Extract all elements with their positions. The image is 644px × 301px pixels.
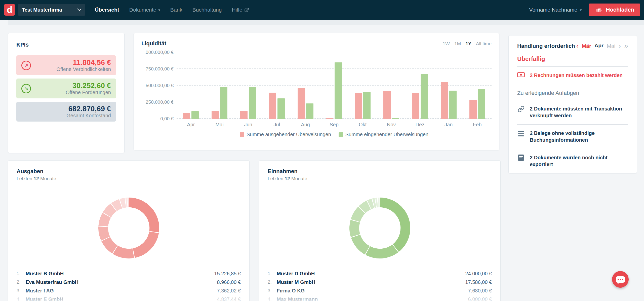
nav-item-hilfe[interactable]: Hilfe <box>232 7 249 13</box>
task-incomplete-bookings[interactable]: 2 Belege ohne vollständige Buchungsinfor… <box>517 125 628 149</box>
app-logo[interactable]: d <box>4 4 15 16</box>
nav-item-bank[interactable]: Bank <box>170 7 182 13</box>
chat-button[interactable] <box>612 271 629 288</box>
list-item[interactable]: 1.Muster D GmbH24.000,00 € <box>268 269 492 278</box>
bar[interactable] <box>469 100 477 119</box>
action-required-panel: Handlung erforderlich ‹ Mär Apr Mai › » … <box>508 35 637 173</box>
donut-segment[interactable] <box>133 232 159 258</box>
bar[interactable] <box>449 91 457 119</box>
x-tick-label: Jun <box>234 122 263 128</box>
company-name: Test Musterfirma <box>22 7 62 13</box>
bar[interactable] <box>298 88 305 119</box>
x-tick-label: Apr <box>177 122 205 128</box>
bar[interactable] <box>355 93 362 119</box>
chevron-left-icon[interactable]: ‹ <box>576 43 578 49</box>
task-link-transactions[interactable]: 2 Dokumente müssten mit Transaktion verk… <box>517 100 628 125</box>
banknote-icon <box>517 72 525 77</box>
kpi-value: 30.252,60 € <box>66 82 111 90</box>
month-next[interactable]: Mai <box>607 43 615 49</box>
nav-item-buchhaltung[interactable]: Buchhaltung <box>192 7 222 13</box>
task-not-exported[interactable]: 2 Dokumente wurden noch nicht exportiert <box>517 149 628 173</box>
x-tick-label: Jan <box>434 122 463 128</box>
nav-item-dokumente[interactable]: Dokumente ▾ <box>129 7 160 13</box>
list-item[interactable]: 2.Eva Musterfrau GmbH8.966,00 € <box>17 278 241 286</box>
chevron-double-right-icon[interactable]: » <box>624 43 628 49</box>
company-selector[interactable]: Test Musterfirma <box>18 4 85 16</box>
kpi-label: Offene Forderungen <box>66 90 111 95</box>
bar[interactable] <box>306 103 313 119</box>
list-item[interactable]: 3.Muster I AG7.362,02 € <box>17 286 241 295</box>
bar[interactable] <box>412 93 419 119</box>
range-1w[interactable]: 1W <box>443 41 450 47</box>
expenses-subtitle: Letzten 12 Monate <box>17 176 241 181</box>
bar[interactable] <box>183 113 190 119</box>
bar[interactable] <box>421 74 428 119</box>
nav-item-dokumente-label: Dokumente <box>129 7 156 13</box>
legend-item[interactable]: Summe eingehender Überweisungen <box>339 132 428 137</box>
upload-button[interactable]: Hochladen <box>589 4 640 16</box>
x-tick-label: Dez <box>406 122 434 128</box>
bar[interactable] <box>335 62 342 119</box>
donut-segment[interactable] <box>129 198 159 232</box>
bar[interactable] <box>383 91 391 119</box>
kpi-label: Gesamt Kontostand <box>66 113 111 119</box>
donut-segment[interactable] <box>366 245 398 258</box>
list-value: 15.226,85 € <box>214 271 241 277</box>
list-rank: 4. <box>268 296 277 301</box>
legend-swatch <box>339 132 343 137</box>
list-rank: 2. <box>17 279 26 285</box>
bar[interactable] <box>478 89 485 119</box>
range-all-time[interactable]: All time <box>476 41 492 47</box>
donut-segment[interactable] <box>349 220 360 237</box>
list-item[interactable]: 2.Muster M GmbH17.586,00 € <box>268 278 492 286</box>
y-tick-label: 250.000,00 € <box>146 99 174 105</box>
list-item[interactable]: 3.Firma O KG7.680,00 € <box>268 286 492 295</box>
kpi-open-receivables[interactable]: ↘ 30.252,60 € Offene Forderungen <box>16 79 116 98</box>
bar[interactable] <box>277 98 285 119</box>
range-1y[interactable]: 1Y <box>465 41 471 47</box>
bar[interactable] <box>269 93 276 119</box>
bar[interactable] <box>191 111 199 119</box>
ledger-book-icon <box>517 155 525 161</box>
bar[interactable] <box>249 87 256 119</box>
bar[interactable] <box>220 87 227 119</box>
list-item[interactable]: 4.Muster E GmbH4.837,44 € <box>17 295 241 301</box>
list-name: Muster M GmbH <box>277 279 315 285</box>
kpi-total-balance[interactable]: 682.870,69 € Gesamt Kontostand <box>16 102 116 122</box>
top-nav: d Test Musterfirma Übersicht Dokumente ▾… <box>0 0 644 20</box>
bar[interactable] <box>240 111 248 119</box>
bar[interactable] <box>326 118 333 119</box>
bar[interactable] <box>212 111 219 119</box>
donut-segment[interactable] <box>378 198 379 207</box>
legend-item[interactable]: Summe ausgehender Überweisungen <box>240 132 331 137</box>
expenses-panel: Ausgaben Letzten 12 Monate 1.Muster B Gm… <box>8 160 250 301</box>
x-tick-label: Nov <box>377 122 406 128</box>
income-subtitle: Letzten 12 Monate <box>268 176 492 181</box>
overdue-invoices-item[interactable]: 2 Rechnungen müssen bezahlt werden <box>517 67 628 84</box>
month-prev[interactable]: Mär <box>582 43 591 49</box>
bar-group-jun <box>234 52 263 119</box>
bar-group-dez <box>406 52 434 119</box>
nav-item-uebersicht[interactable]: Übersicht <box>95 7 119 13</box>
chevron-right-icon[interactable]: › <box>619 43 621 49</box>
list-item[interactable]: 4.Max Mustermann6.000,00 € <box>268 295 492 301</box>
list-lines-icon <box>517 130 525 136</box>
liquidity-panel: Liquidität 1W1M1YAll time 0,00 €250.000,… <box>134 33 499 150</box>
subnav-strip <box>8 20 644 25</box>
income-donut-chart <box>349 198 410 258</box>
kpi-open-liabilities[interactable]: ↗ 11.804,56 € Offene Verbindlichkeiten <box>16 55 116 75</box>
donut-segment[interactable] <box>127 198 129 207</box>
month-current[interactable]: Apr <box>594 43 603 49</box>
expenses-top-list: 1.Muster B GmbH15.226,85 €2.Eva Musterfr… <box>17 269 241 301</box>
donut-segment[interactable] <box>380 198 410 252</box>
bar[interactable] <box>392 118 399 119</box>
list-item[interactable]: 1.Muster B GmbH15.226,85 € <box>17 269 241 278</box>
x-axis: AprMaiJunJulAugSepOktNovDezJanFeb <box>177 122 492 128</box>
donut-segment[interactable] <box>351 235 370 254</box>
list-rank: 4. <box>17 296 26 301</box>
range-1m[interactable]: 1M <box>454 41 461 47</box>
list-value: 8.966,00 € <box>217 279 241 285</box>
bar[interactable] <box>363 92 371 119</box>
bar[interactable] <box>441 82 448 119</box>
user-menu[interactable]: Vorname Nachname ▾ <box>529 7 582 13</box>
